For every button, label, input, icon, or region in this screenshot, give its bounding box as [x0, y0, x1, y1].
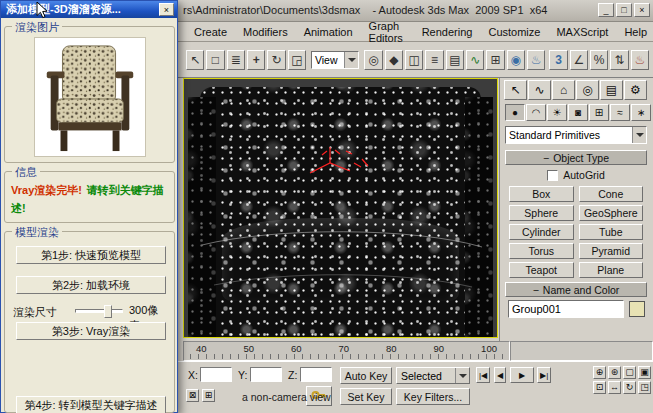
plane-button[interactable]: Plane [579, 262, 644, 278]
go-to-end-button[interactable]: ▶| [537, 367, 551, 383]
shapes-category-icon[interactable]: ◠ [526, 104, 546, 121]
screen: rs\Administrator\Documents\3dsmax - Auto… [0, 0, 653, 413]
menu-item-modifiers[interactable]: Modifiers [237, 24, 294, 40]
percent-snap-icon[interactable]: % [590, 50, 608, 70]
mirror-icon[interactable]: ◫ [405, 50, 423, 70]
name-and-color-rollout-header[interactable]: − Name and Color [505, 282, 647, 297]
render-setup-icon[interactable]: ♨ [527, 50, 545, 70]
display-tab-icon[interactable]: ▤ [600, 80, 623, 100]
timeline-ruler[interactable]: 40 50 60 70 80 90 100 [183, 341, 510, 361]
zoom-icon[interactable]: ⊕ [593, 366, 606, 379]
go-to-start-button[interactable]: |◀ [476, 367, 490, 383]
z-coordinate-input[interactable] [300, 367, 332, 382]
perspective-viewport[interactable] [183, 78, 498, 338]
box-button[interactable]: Box [509, 186, 574, 202]
timeline-right-panel [510, 341, 653, 361]
key-filters-button[interactable]: Key Filters... [396, 388, 470, 405]
hierarchy-tab-icon[interactable]: ⌂ [552, 80, 575, 100]
step2-load-environment-button[interactable]: 第2步: 加载环境 [16, 276, 166, 294]
slider-thumb[interactable] [104, 305, 112, 318]
menu-item-animation[interactable]: Animation [298, 24, 359, 40]
geosphere-button[interactable]: GeoSphere [579, 205, 644, 221]
selection-lock-toggle-icon[interactable]: ⊠ [186, 389, 199, 402]
command-panel-tabs: ↖ ∿ ⌂ ◎ ▤ ⚙ [504, 80, 647, 100]
object-type-rollout-header[interactable]: − Object Type [505, 150, 647, 165]
space-warps-category-icon[interactable]: ≈ [610, 104, 630, 121]
menu-item-help[interactable]: Help [618, 24, 653, 40]
offset-mode-toggle-icon[interactable]: ⊞ [202, 389, 215, 402]
use-pivot-center-icon[interactable]: ◎ [364, 50, 382, 70]
motion-tab-icon[interactable]: ◎ [576, 80, 599, 100]
menu-item-rendering[interactable]: Rendering [416, 24, 479, 40]
helpers-category-icon[interactable]: ⊞ [589, 104, 609, 121]
rectangular-selection-icon[interactable]: □ [206, 50, 224, 70]
arc-rotate-icon[interactable]: ↻ [623, 381, 636, 394]
layer-manager-icon[interactable]: ▤ [446, 50, 464, 70]
create-tab-icon[interactable]: ↖ [504, 80, 527, 100]
curve-editor-icon[interactable]: ∿ [466, 50, 484, 70]
teapot-button[interactable]: Teapot [509, 262, 574, 278]
object-name-input[interactable] [508, 300, 624, 318]
maximize-viewport-toggle-icon[interactable]: ◳ [638, 381, 651, 394]
geometry-category-icon[interactable]: ● [505, 104, 525, 121]
pan-view-icon[interactable]: ↔ [608, 381, 621, 394]
minimize-button[interactable]: _ [598, 3, 614, 17]
play-animation-button[interactable]: ▶ [510, 367, 534, 383]
x-coordinate-input[interactable] [200, 367, 232, 382]
select-by-name-icon[interactable]: ≣ [227, 50, 245, 70]
cameras-category-icon[interactable]: ◙ [568, 104, 588, 121]
select-object-icon[interactable]: ↖ [186, 50, 204, 70]
menu-item-maxscript[interactable]: MAXScript [550, 24, 614, 40]
autogrid-checkbox[interactable] [547, 170, 558, 181]
selection-set-dropdown[interactable]: Selected [396, 367, 470, 384]
menu-item-create[interactable]: Create [188, 24, 233, 40]
cylinder-button[interactable]: Cylinder [509, 224, 574, 240]
auto-key-button[interactable]: Auto Key [340, 367, 392, 384]
object-color-swatch[interactable] [629, 301, 645, 317]
snaps-toggle-icon[interactable]: 3 [549, 50, 567, 70]
axis-gizmo-icon[interactable] [302, 141, 376, 183]
spinner-snap-icon[interactable]: ⇅ [610, 50, 628, 70]
zoom-extents-icon[interactable]: ▢ [623, 366, 636, 379]
angle-snap-icon[interactable]: ∠ [570, 50, 588, 70]
render-size-slider[interactable] [75, 309, 123, 313]
model-render-group-label: 模型渲染 [12, 225, 62, 240]
torus-button[interactable]: Torus [509, 243, 574, 259]
set-key-button[interactable]: Set Key [340, 388, 392, 405]
quick-render-icon[interactable]: ♨ [631, 50, 649, 70]
timeline-tick-marks [190, 354, 503, 359]
sphere-button[interactable]: Sphere [509, 205, 574, 221]
step3-vray-render-button[interactable]: 第3步: Vray渲染 [16, 322, 166, 340]
zoom-extents-all-icon[interactable]: ▣ [638, 366, 651, 379]
menu-item-customize[interactable]: Customize [482, 24, 546, 40]
step4-keyword-description-button[interactable]: 第4步: 转到模型关键字描述 [16, 396, 166, 413]
dialog-close-button[interactable]: × [159, 3, 174, 16]
x-label: X: [188, 369, 198, 381]
info-group-label: 信息 [12, 165, 40, 180]
dialog-titlebar[interactable]: 添加模型-3D溜溜资源... × [1, 1, 177, 18]
y-coordinate-input[interactable] [250, 367, 282, 382]
zoom-region-icon[interactable]: ⊡ [593, 381, 606, 394]
reference-coordinate-dropdown[interactable]: View [311, 51, 359, 69]
material-editor-icon[interactable]: ◉ [507, 50, 525, 70]
select-and-scale-icon[interactable]: ◲ [288, 50, 306, 70]
render-size-row: 渲染尺寸 300像素 [13, 302, 169, 318]
lights-category-icon[interactable]: ☀ [547, 104, 567, 121]
tube-button[interactable]: Tube [579, 224, 644, 240]
select-and-rotate-icon[interactable]: ↻ [267, 50, 285, 70]
zoom-all-icon[interactable]: ⊛ [608, 366, 621, 379]
cone-button[interactable]: Cone [579, 186, 644, 202]
select-and-move-icon[interactable]: + [247, 50, 265, 70]
modify-tab-icon[interactable]: ∿ [528, 80, 551, 100]
close-button[interactable]: × [634, 3, 650, 17]
step1-quick-preview-button[interactable]: 第1步: 快速预览模型 [16, 246, 166, 264]
utilities-tab-icon[interactable]: ⚙ [624, 80, 647, 100]
select-and-manipulate-icon[interactable]: ◆ [385, 50, 403, 70]
systems-category-icon[interactable]: ∗ [631, 104, 651, 121]
align-icon[interactable]: ≡ [425, 50, 443, 70]
primitive-type-dropdown[interactable]: Standard Primitives [505, 126, 647, 144]
pyramid-button[interactable]: Pyramid [579, 243, 644, 259]
schematic-view-icon[interactable]: ⊞ [486, 50, 504, 70]
maximize-button[interactable]: □ [616, 3, 632, 17]
previous-frame-button[interactable]: ◀ [494, 367, 506, 383]
